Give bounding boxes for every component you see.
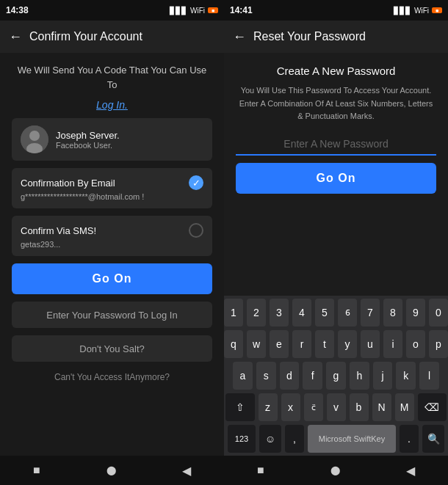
email-option[interactable]: Confirmation By Email ✓ g***************…	[12, 168, 212, 208]
left-back-button[interactable]: ←	[9, 29, 22, 45]
left-title: Confirm Your Account	[29, 30, 142, 43]
right-nav-square[interactable]: ■	[257, 464, 264, 477]
right-signal-icon: ▊▊▊	[394, 7, 411, 15]
key-n[interactable]: N	[372, 393, 391, 421]
key-u[interactable]: u	[361, 330, 380, 358]
user-card: Joseph Server. Facebook User.	[12, 118, 212, 161]
key-5[interactable]: 5	[315, 299, 334, 327]
left-status-bar: 14:38 ▊▊▊ WiFi ■	[0, 0, 224, 21]
key-p[interactable]: p	[429, 330, 448, 358]
emoji-key[interactable]: ☺	[259, 425, 281, 453]
key-l[interactable]: l	[419, 362, 439, 390]
cant-access-link[interactable]: Can't You Access ItAnymore?	[12, 372, 212, 382]
key-y[interactable]: y	[338, 330, 357, 358]
right-battery-icon: ■	[432, 7, 442, 13]
comma-key[interactable]: ,	[285, 425, 304, 453]
svg-point-1	[29, 131, 40, 141]
key-z[interactable]: z	[259, 393, 278, 421]
key-w[interactable]: w	[247, 330, 266, 358]
left-wifi-icon: WiFi	[190, 7, 205, 15]
key-0[interactable]: 0	[429, 299, 448, 327]
period-key[interactable]: .	[400, 425, 419, 453]
left-time: 14:38	[6, 5, 29, 15]
key-j[interactable]: j	[373, 362, 393, 390]
search-key[interactable]: 🔍	[422, 425, 444, 453]
password-input[interactable]	[236, 134, 436, 156]
password-input-wrap	[236, 134, 436, 156]
key-m[interactable]: M	[395, 393, 414, 421]
user-sub: Facebook User.	[56, 141, 120, 150]
key-1[interactable]: 1	[224, 299, 243, 327]
key-123[interactable]: 123	[228, 425, 256, 453]
key-9[interactable]: 9	[406, 299, 425, 327]
key-k[interactable]: k	[396, 362, 416, 390]
email-option-label: Confirmation By Email	[21, 178, 115, 189]
left-nav-triangle[interactable]: ◀	[182, 464, 191, 478]
right-panel: 14:41 ▊▊▊ WiFi ■ ← Reset Your Password C…	[224, 0, 448, 485]
key-h[interactable]: h	[350, 362, 369, 390]
user-info: Joseph Server. Facebook User.	[56, 130, 120, 150]
key-r[interactable]: r	[292, 330, 311, 358]
key-q[interactable]: q	[224, 330, 243, 358]
sms-option[interactable]: Confirm Via SMS! getas293...	[12, 216, 212, 256]
key-e[interactable]: e	[270, 330, 289, 358]
key-a[interactable]: a	[233, 362, 253, 390]
info-text: We Will Send You A Code That You Can Use…	[12, 63, 212, 92]
left-go-on-button[interactable]: Go On	[12, 263, 212, 294]
left-battery-icon: ■	[208, 7, 218, 13]
key-f[interactable]: f	[303, 362, 322, 390]
right-go-on-button[interactable]: Go On	[236, 163, 436, 194]
space-key[interactable]: Microsoft SwiftKey	[308, 425, 396, 453]
keyboard-row-bottom: 123 ☺ , Microsoft SwiftKey . 🔍	[225, 425, 447, 453]
keyboard-row-asdf: a s d f g h j k l	[225, 362, 447, 390]
sms-option-header: Confirm Via SMS!	[21, 223, 203, 238]
key-b[interactable]: b	[350, 393, 369, 421]
left-panel: 14:38 ▊▊▊ WiFi ■ ← Confirm Your Account …	[0, 0, 224, 485]
email-option-header: Confirmation By Email ✓	[21, 175, 203, 190]
backspace-key[interactable]: ⌫	[418, 393, 447, 421]
user-name: Joseph Server.	[56, 130, 120, 141]
key-6[interactable]: 6̈	[338, 299, 357, 327]
right-back-button[interactable]: ←	[233, 29, 246, 45]
email-option-sub: g********************@hotmail.com !	[21, 192, 203, 201]
sms-option-sub: getas293...	[21, 240, 203, 249]
left-nav-circle[interactable]: ⬤	[106, 465, 116, 475]
key-v[interactable]: v	[327, 393, 346, 421]
right-nav-circle[interactable]: ⬤	[330, 465, 340, 475]
shift-key[interactable]: ⇧	[225, 393, 255, 421]
left-bottom-nav: ■ ⬤ ◀	[0, 456, 224, 485]
key-o[interactable]: o	[406, 330, 425, 358]
left-top-bar: ← Confirm Your Account	[0, 21, 224, 53]
key-i[interactable]: i	[383, 330, 402, 358]
key-7[interactable]: 7	[361, 299, 380, 327]
right-status-bar: 14:41 ▊▊▊ WiFi ■	[224, 0, 448, 21]
avatar	[21, 125, 48, 153]
key-c[interactable]: c̈	[304, 393, 323, 421]
key-4[interactable]: 4	[292, 299, 311, 327]
right-top-bar: ← Reset Your Password	[224, 21, 448, 53]
keyboard: 1 2 3 4 5 6̈ 7 8 9 0 q w e r t y u i o p…	[224, 296, 448, 456]
key-s[interactable]: s	[256, 362, 276, 390]
key-d[interactable]: d	[280, 362, 300, 390]
right-nav-triangle[interactable]: ◀	[406, 464, 415, 478]
key-8[interactable]: 8	[383, 299, 402, 327]
key-t[interactable]: t	[315, 330, 334, 358]
keyboard-row-qwerty: q w e r t y u i o p	[225, 330, 447, 358]
sms-radio	[189, 223, 203, 238]
key-x[interactable]: x	[281, 393, 300, 421]
key-3[interactable]: 3	[270, 299, 289, 327]
left-nav-square[interactable]: ■	[33, 464, 40, 477]
left-status-icons: ▊▊▊ WiFi ■	[170, 7, 218, 15]
dont-you-salt-button[interactable]: Don't You Salt?	[12, 335, 212, 362]
key-2[interactable]: 2	[247, 299, 266, 327]
enter-password-button[interactable]: Enter Your Password To Log In	[12, 302, 212, 328]
right-bottom-nav: ■ ⬤ ◀	[224, 456, 448, 485]
left-content: We Will Send You A Code That You Can Use…	[0, 53, 224, 456]
keyboard-row-numbers: 1 2 3 4 5 6̈ 7 8 9 0	[225, 299, 447, 327]
highlight-text: Log In.	[12, 99, 212, 111]
reset-desc: You Will Use This Password To Access You…	[236, 84, 436, 123]
right-time: 14:41	[230, 5, 253, 15]
key-g[interactable]: g	[326, 362, 346, 390]
right-wifi-icon: WiFi	[414, 7, 429, 15]
keyboard-row-zxcv: ⇧ z x c̈ v b N M ⌫	[225, 393, 447, 421]
